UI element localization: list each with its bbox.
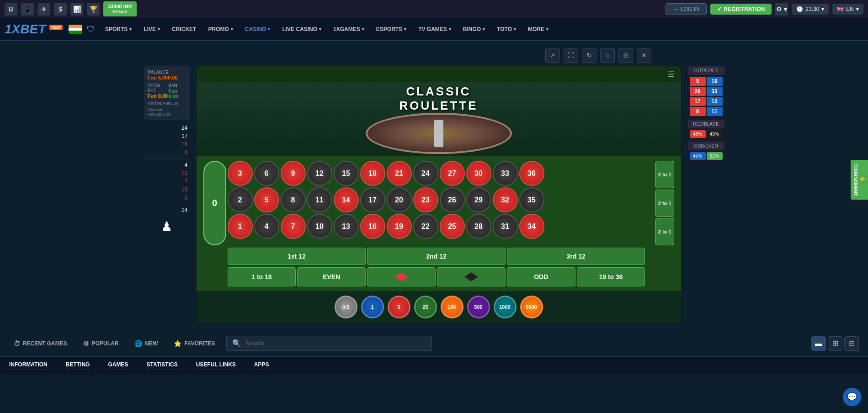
chip-25[interactable]: 25 (414, 296, 437, 318)
fullscreen-button[interactable]: ⛶ (564, 48, 578, 63)
view-grid-2[interactable]: ⊞ (828, 336, 842, 351)
shield-icon[interactable]: 🛡 (87, 25, 95, 34)
second-dozen[interactable]: 2nd 12 (367, 248, 506, 265)
tournament-widget[interactable]: 🏆 TOURNAMENT (851, 160, 868, 200)
num-4[interactable]: 4 (254, 214, 279, 239)
close-button[interactable]: ✕ (637, 48, 651, 63)
tab-recent-games[interactable]: ⏱ RECENT GAMES (9, 337, 72, 350)
num-35[interactable]: 35 (519, 187, 544, 212)
nav-item-more[interactable]: MORE ▾ (522, 22, 554, 36)
chip-500[interactable]: 500 (467, 296, 490, 318)
first-dozen[interactable]: 1st 12 (228, 248, 366, 265)
num-2[interactable]: 2 (228, 187, 253, 212)
chip-1000[interactable]: 1000 (494, 296, 517, 318)
chart-icon[interactable]: 📊 (70, 3, 83, 16)
num-6[interactable]: 6 (254, 161, 279, 186)
bet-1to18[interactable]: 1 to 18 (228, 267, 296, 286)
game-menu-icon[interactable]: ☰ (668, 70, 674, 79)
num-16[interactable]: 16 (360, 214, 385, 239)
num-8[interactable]: 8 (281, 187, 306, 212)
bottom-bar: ⏱ RECENT GAMES ⚙ POPULAR 🌐 NEW ⭐ FAVORIT… (0, 330, 868, 356)
num-22[interactable]: 22 (413, 214, 438, 239)
num-1[interactable]: 1 (228, 214, 253, 239)
chip-100[interactable]: 100 (441, 296, 463, 318)
nav-item-esports[interactable]: ESPORTS ▾ (371, 22, 412, 36)
bet-19to36[interactable]: 19 to 36 (577, 267, 645, 286)
bonus-badge[interactable]: 33000 INR BONUS (103, 1, 137, 17)
num-31[interactable]: 31 (493, 214, 518, 239)
num-18[interactable]: 18 (360, 161, 385, 186)
nav-item-live[interactable]: LIVE ▾ (138, 22, 165, 36)
nav-item-tv-games[interactable]: TV GAMES ▾ (413, 22, 457, 36)
desktop-icon[interactable]: 🖥 (5, 3, 17, 16)
num-12[interactable]: 12 (307, 161, 332, 186)
num-33[interactable]: 33 (493, 161, 518, 186)
num-9[interactable]: 9 (281, 161, 306, 186)
mobile-icon[interactable]: 📱 (21, 3, 34, 16)
tab-new[interactable]: 🌐 NEW (130, 337, 162, 350)
link-button[interactable]: ⊙ (618, 48, 633, 63)
num-34[interactable]: 34 (519, 214, 544, 239)
bet-odd[interactable]: ODD (507, 267, 575, 286)
num-10[interactable]: 10 (307, 214, 332, 239)
third-dozen[interactable]: 3rd 12 (507, 248, 645, 265)
num-36[interactable]: 36 (519, 161, 544, 186)
num-29[interactable]: 29 (466, 187, 491, 212)
col2to1-bot[interactable]: 2 to 1 (655, 218, 674, 245)
logo[interactable]: 1XBET NEW (5, 22, 63, 37)
num-3[interactable]: 3 (228, 161, 253, 186)
register-button[interactable]: ✓ REGISTRATION (710, 4, 772, 15)
language-selector[interactable]: 🇬🇧 EN ▾ (832, 4, 863, 15)
num-19[interactable]: 19 (387, 214, 412, 239)
refresh-button[interactable]: ↻ (582, 48, 596, 63)
bet-black[interactable] (437, 267, 506, 286)
num-32[interactable]: 32 (493, 187, 518, 212)
num-14[interactable]: 14 (334, 187, 359, 212)
zero-cell[interactable]: 0 (203, 161, 226, 245)
num-21[interactable]: 21 (387, 161, 412, 186)
num-20[interactable]: 20 (387, 187, 412, 212)
num-13[interactable]: 13 (334, 214, 359, 239)
num-26[interactable]: 26 (440, 187, 465, 212)
num-5[interactable]: 5 (254, 187, 279, 212)
nav-item-live-casino[interactable]: LIVE CASINO ▾ (277, 22, 327, 36)
num-28[interactable]: 28 (466, 214, 491, 239)
nav-item-sports[interactable]: SPORTS ▾ (100, 22, 137, 36)
nav-item-cricket[interactable]: CRICKET (166, 22, 202, 36)
num-25[interactable]: 25 (440, 214, 465, 239)
login-button[interactable]: → LOG IN (666, 3, 707, 15)
chip-5000[interactable]: 5000 (520, 296, 543, 318)
view-single[interactable]: ▬ (811, 336, 826, 351)
tab-favorites[interactable]: ⭐ FAVORITES (169, 337, 219, 350)
nav-item-casino[interactable]: CASINO ▾ (240, 22, 276, 36)
chip-0_5[interactable]: 0.5 (335, 296, 357, 318)
tab-popular[interactable]: ⚙ POPULAR (79, 337, 123, 350)
num-30[interactable]: 30 (466, 161, 491, 186)
settings-icon[interactable]: ⚙ ▾ (775, 3, 788, 16)
num-27[interactable]: 27 (440, 161, 465, 186)
nav-item-toto[interactable]: TOTO ▾ (491, 22, 522, 36)
nav-item-bingo[interactable]: BINGO ▾ (458, 22, 490, 36)
col2to1-mid[interactable]: 2 to 1 (655, 190, 674, 217)
nav-item-promo[interactable]: PROMO ▾ (202, 22, 238, 36)
bet-even[interactable]: EVEN (297, 267, 366, 286)
num-7[interactable]: 7 (281, 214, 306, 239)
num-24[interactable]: 24 (413, 161, 438, 186)
view-grid-3[interactable]: ⊟ (844, 336, 859, 351)
trophy-icon[interactable]: 🏆 (87, 3, 100, 16)
search-input[interactable] (245, 340, 426, 347)
dollar-icon[interactable]: $ (54, 3, 67, 16)
chip-5[interactable]: 5 (388, 296, 410, 318)
chat-button[interactable]: 💬 (843, 388, 861, 406)
chip-1[interactable]: 1 (361, 296, 384, 318)
bet-red[interactable] (367, 267, 436, 286)
num-17[interactable]: 17 (360, 187, 385, 212)
favorite-button[interactable]: ☆ (600, 48, 615, 63)
num-11[interactable]: 11 (307, 187, 332, 212)
nav-item-1xgames[interactable]: 1XGAMES ▾ (328, 22, 370, 36)
col2to1-top[interactable]: 2 to 1 (655, 161, 674, 188)
num-23[interactable]: 23 (413, 187, 438, 212)
num-15[interactable]: 15 (334, 161, 359, 186)
external-link-button[interactable]: ↗ (545, 48, 560, 63)
telegram-icon[interactable]: ✈ (37, 3, 50, 16)
